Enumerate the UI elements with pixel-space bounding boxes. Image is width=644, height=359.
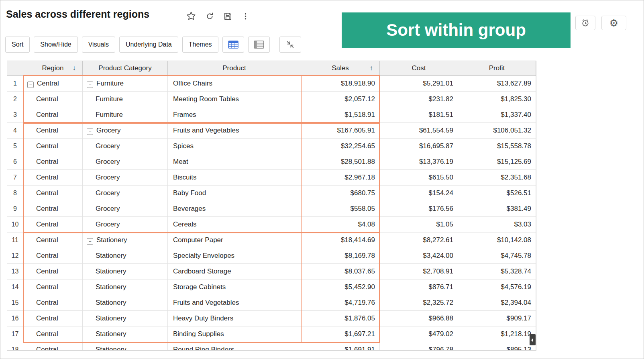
gear-icon: ⚙ [609,18,618,28]
cell-category-label: Grocery [96,205,120,212]
cell-cost: $5,291.01 [380,76,458,92]
collapse-icon[interactable]: − [87,129,93,135]
cell-category-label: Stationery [96,283,126,291]
cell-region-label: Central [36,95,58,103]
column-header-profit[interactable]: Profit [458,61,536,76]
collapse-icon[interactable]: − [27,82,34,88]
toolbar: Sort Show/Hide Visuals Underlying Data T… [5,37,301,53]
table-row: 7CentralGroceryBiscuits$2,967.18$615.50$… [7,170,536,186]
cell-category: Stationery [83,295,168,311]
cell-product: Specialty Envelopes [168,248,301,264]
cell-product: Cereals [168,217,301,233]
collapse-view-button[interactable] [279,37,301,53]
table-row: 12CentralStationerySpecialty Envelopes$8… [7,248,536,264]
alerts-button[interactable] [575,16,595,30]
cell-profit: $13,627.89 [458,76,536,92]
cell-region-label: Central [36,158,58,165]
cell-region: Central [23,107,83,123]
pivot-view-button[interactable] [248,37,270,53]
sort-asc-icon: ↑ [370,64,373,72]
cell-product: Computer Paper [168,233,301,248]
show-hide-button[interactable]: Show/Hide [34,37,77,53]
pivot-grid-icon [254,41,264,49]
table-row: 6CentralGroceryMeat$28,501.88$13,376.19$… [7,154,536,170]
cell-product: Heavy Duty Binders [168,311,301,326]
column-header-sales[interactable]: Sales ↑ [301,61,380,76]
cell-category-label: Furniture [96,111,123,118]
table-row: 16CentralStationeryHeavy Duty Binders$1,… [7,311,536,326]
sort-desc-icon: ↓ [73,64,76,72]
cell-cost: $479.02 [380,326,458,342]
cell-category: Grocery [83,217,168,233]
column-label-cost: Cost [412,64,426,72]
row-number: 18 [7,342,23,351]
cell-cost: $8,272.61 [380,233,458,248]
cell-cost: $181.51 [380,107,458,123]
cell-category: −Furniture [83,76,168,92]
cell-product: Biscuits [168,170,301,186]
cell-category: −Stationery [83,233,168,248]
collapse-icon[interactable]: − [87,238,93,245]
table-row: 18CentralStationeryRound Ring Binders$1,… [7,342,536,351]
row-number-header [7,61,23,76]
cell-profit: $1,218.19 [458,326,536,342]
cell-cost: $176.56 [380,201,458,217]
column-header-product-category[interactable]: Product Category [83,61,168,76]
cell-cost: $2,325.72 [380,295,458,311]
cell-sales: $558.05 [301,201,380,217]
cell-product: Spices [168,139,301,154]
favorite-star-icon[interactable] [186,11,196,21]
column-label-sales: Sales [332,64,349,72]
table-row: 11Central−StationeryComputer Paper$18,41… [7,233,536,248]
cell-cost: $1.05 [380,217,458,233]
cell-sales: $5,452.90 [301,279,380,295]
refresh-icon[interactable] [205,12,214,21]
row-number: 6 [7,154,23,170]
cell-region-label: Central [36,205,58,212]
cell-sales: $1,697.21 [301,326,380,342]
row-number: 15 [7,295,23,311]
cell-sales: $18,414.69 [301,233,380,248]
scrollbar-thumb[interactable] [530,334,536,345]
cell-product: Binding Supplies [168,326,301,342]
cell-region: Central [23,248,83,264]
settings-button[interactable]: ⚙ [601,16,626,30]
cell-sales: $4.08 [301,217,380,233]
cell-region: Central [23,279,83,295]
row-number: 13 [7,264,23,279]
page-title: Sales across different regions [6,8,149,20]
cell-region: Central [23,154,83,170]
cell-category-label: Furniture [96,95,123,103]
column-header-product[interactable]: Product [168,61,301,76]
cell-region: Central [23,123,83,139]
table-row: 5CentralGrocerySpices$32,254.65$16,695.8… [7,139,536,154]
table-view-button[interactable] [222,37,244,53]
cell-region-label: Central [36,111,58,118]
cell-category: Stationery [83,248,168,264]
cell-cost: $876.71 [380,279,458,295]
cell-region-label: Central [36,314,58,322]
cell-category-label: Furniture [96,80,124,87]
underlying-data-button[interactable]: Underlying Data [119,37,178,53]
alarm-clock-icon [581,18,590,27]
collapse-icon[interactable]: − [87,82,93,88]
cell-sales: $167,605.91 [301,123,380,139]
cell-sales: $1,691.91 [301,342,380,351]
column-header-region[interactable]: Region ↓ [23,61,83,76]
cell-category-label: Grocery [96,220,120,228]
visuals-button[interactable]: Visuals [82,37,115,53]
column-header-cost[interactable]: Cost [380,61,458,76]
column-label-product-category: Product Category [98,64,151,72]
cell-profit: $895.13 [458,342,536,351]
cell-sales: $1,876.05 [301,311,380,326]
cell-category: Grocery [83,186,168,201]
cell-product: Cardboard Storage [168,264,301,279]
sort-button[interactable]: Sort [5,37,30,53]
cell-region: Central [23,233,83,248]
table-row: 15CentralStationeryFruits and Vegetables… [7,295,536,311]
save-icon[interactable] [223,12,232,21]
themes-button[interactable]: Themes [182,37,218,53]
cell-profit: $3.03 [458,217,536,233]
more-options-kebab-icon[interactable] [241,12,250,21]
cell-region-label: Central [36,252,58,259]
